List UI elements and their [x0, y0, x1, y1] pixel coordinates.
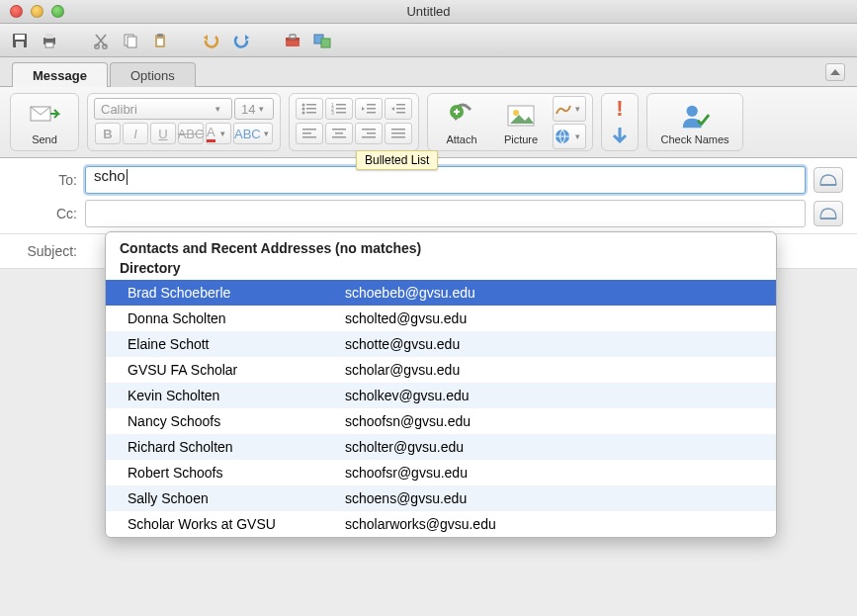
to-field[interactable]: scho: [85, 166, 806, 194]
autocomplete-item[interactable]: Scholar Works at GVSUscholarworks@gvsu.e…: [106, 511, 776, 537]
autocomplete-item-email: scholar@gvsu.edu: [345, 362, 460, 378]
svg-rect-2: [16, 42, 24, 47]
svg-rect-32: [367, 108, 376, 110]
insert-group: Attach Picture ▾ ▾: [427, 93, 593, 151]
autocomplete-item-email: scholted@gvsu.edu: [345, 310, 467, 326]
ribbon: Send Calibri ▾ 14 ▾ B I U ABC A▾ ABC▾: [0, 87, 857, 158]
hyperlink-button[interactable]: ▾: [553, 124, 586, 149]
picture-button[interactable]: Picture: [493, 98, 549, 147]
bulleted-list-button[interactable]: [296, 98, 323, 120]
high-priority-button[interactable]: !: [616, 96, 623, 122]
autocomplete-item[interactable]: Sally Schoenschoens@gvsu.edu: [106, 485, 776, 511]
font-name-select[interactable]: Calibri ▾: [94, 98, 232, 120]
titlebar: Untitled: [0, 0, 857, 24]
paste-icon[interactable]: [148, 29, 172, 52]
save-icon[interactable]: [8, 29, 32, 52]
zoom-window-button[interactable]: [51, 5, 64, 18]
autocomplete-item[interactable]: GVSU FA Scholarscholar@gvsu.edu: [106, 357, 776, 383]
align-justify-button[interactable]: [385, 123, 412, 144]
autocomplete-item-email: schoofsn@gvsu.edu: [345, 413, 471, 429]
svg-rect-44: [367, 132, 376, 134]
autocomplete-item-email: schoofsr@gvsu.edu: [345, 465, 468, 481]
svg-point-23: [302, 112, 305, 115]
tooltip: Bulleted List: [356, 150, 438, 170]
names-group: Check Names: [646, 93, 743, 151]
collapse-ribbon-button[interactable]: [825, 63, 845, 81]
redo-icon[interactable]: [229, 29, 253, 52]
person-check-icon: [679, 100, 711, 132]
minimize-window-button[interactable]: [31, 5, 43, 18]
autocomplete-item-name: Donna Scholten: [128, 310, 345, 326]
font-group: Calibri ▾ 14 ▾ B I U ABC A▾ ABC▾: [87, 93, 281, 151]
svg-text:3: 3: [331, 110, 334, 115]
align-left-button[interactable]: [296, 123, 323, 144]
low-priority-button[interactable]: [610, 126, 630, 148]
autocomplete-section: Directory: [106, 258, 776, 280]
svg-point-19: [302, 104, 305, 107]
autocomplete-item[interactable]: Donna Scholtenscholted@gvsu.edu: [106, 306, 776, 331]
autocomplete-item-name: Elaine Schott: [128, 336, 345, 352]
svg-rect-57: [820, 218, 836, 220]
autocomplete-item-email: scholter@gvsu.edu: [345, 439, 464, 455]
toolbox-icon[interactable]: [281, 29, 304, 52]
underline-button[interactable]: U: [150, 123, 176, 144]
strikethrough-button[interactable]: ABC: [178, 123, 204, 144]
autocomplete-item-name: Nancy Schoofs: [128, 413, 345, 429]
align-center-button[interactable]: [325, 123, 353, 144]
tab-message[interactable]: Message: [12, 62, 108, 87]
signature-button[interactable]: ▾: [553, 96, 586, 122]
send-button[interactable]: Send: [17, 98, 72, 147]
check-names-button[interactable]: Check Names: [653, 98, 736, 147]
autocomplete-item-name: Kevin Scholten: [128, 388, 345, 403]
autocomplete-item-name: Brad Schoeberle: [128, 285, 345, 301]
autocomplete-item[interactable]: Nancy Schoofsschoofsn@gvsu.edu: [106, 408, 776, 434]
print-icon[interactable]: [38, 29, 61, 52]
svg-rect-30: [336, 112, 346, 114]
svg-point-53: [513, 110, 519, 116]
numbered-list-button[interactable]: 123: [325, 98, 353, 120]
autocomplete-item-email: scholarworks@gvsu.edu: [345, 516, 496, 532]
svg-rect-56: [820, 184, 836, 186]
font-size-select[interactable]: 14 ▾: [234, 98, 274, 120]
cc-field[interactable]: [85, 200, 806, 227]
autocomplete-item[interactable]: Kevin Scholtenscholkev@gvsu.edu: [106, 383, 776, 408]
autocomplete-popover: Contacts and Recent Addresses (no matche…: [105, 231, 777, 538]
ribbon-tabs: Message Options: [0, 57, 857, 87]
svg-rect-11: [157, 34, 163, 37]
autocomplete-item[interactable]: Brad Schoeberleschoebeb@gvsu.edu: [106, 280, 776, 306]
svg-rect-40: [332, 129, 346, 131]
increase-indent-button[interactable]: [385, 98, 412, 120]
svg-rect-33: [367, 112, 376, 114]
svg-rect-26: [336, 104, 346, 106]
svg-rect-45: [362, 136, 376, 138]
to-address-book-button[interactable]: [814, 167, 843, 193]
media-browser-icon[interactable]: [310, 29, 334, 52]
autocomplete-item[interactable]: Elaine Schottschotte@gvsu.edu: [106, 331, 776, 357]
svg-rect-12: [157, 39, 163, 45]
highlight-button[interactable]: ABC▾: [233, 123, 273, 144]
cut-icon[interactable]: [89, 29, 113, 52]
svg-rect-41: [335, 132, 343, 134]
svg-point-21: [302, 108, 305, 111]
svg-rect-24: [306, 112, 316, 114]
undo-icon[interactable]: [200, 29, 223, 52]
italic-button[interactable]: I: [123, 123, 148, 144]
svg-rect-38: [302, 132, 311, 134]
cc-address-book-button[interactable]: [814, 201, 843, 226]
svg-rect-9: [128, 37, 136, 47]
autocomplete-item-name: Sally Schoen: [128, 490, 345, 506]
quick-toolbar: [0, 24, 857, 57]
decrease-indent-button[interactable]: [355, 98, 383, 120]
svg-rect-1: [15, 35, 25, 40]
attach-button[interactable]: Attach: [434, 98, 489, 147]
autocomplete-item-email: schoens@gvsu.edu: [345, 490, 467, 506]
bold-button[interactable]: B: [95, 123, 121, 144]
close-window-button[interactable]: [10, 5, 23, 18]
svg-rect-35: [396, 108, 405, 110]
copy-icon[interactable]: [119, 29, 142, 52]
autocomplete-item[interactable]: Richard Scholtenscholter@gvsu.edu: [106, 434, 776, 460]
tab-options[interactable]: Options: [110, 62, 196, 87]
align-right-button[interactable]: [355, 123, 383, 144]
font-color-button[interactable]: A▾: [206, 123, 231, 144]
autocomplete-item[interactable]: Robert Schoofsschoofsr@gvsu.edu: [106, 460, 776, 485]
